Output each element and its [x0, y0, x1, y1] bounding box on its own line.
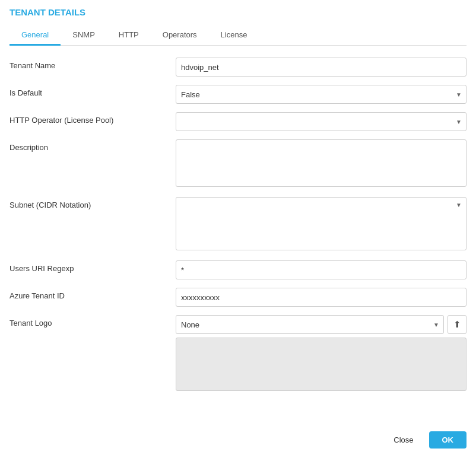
tab-snmp[interactable]: SNMP [61, 26, 107, 46]
azure-tenant-row: Azure Tenant ID [9, 288, 467, 307]
is-default-select[interactable]: False True [176, 85, 467, 104]
subnet-label: Subnet (CIDR Notation) [9, 197, 176, 209]
is-default-label: Is Default [9, 85, 176, 97]
azure-tenant-label: Azure Tenant ID [9, 288, 176, 300]
tenant-name-input[interactable] [176, 58, 467, 77]
page-container: TENANT DETAILS General SNMP HTTP Operato… [0, 0, 476, 458]
description-label: Description [9, 139, 176, 152]
users-uri-label: Users URI Regexp [9, 260, 176, 273]
users-uri-input[interactable] [176, 260, 467, 279]
is-default-row: Is Default False True ▼ [9, 85, 467, 104]
ok-button[interactable]: OK [429, 431, 467, 449]
tenant-name-label: Tenant Name [9, 58, 176, 70]
users-uri-control [176, 260, 467, 279]
subnet-control: ▼ [176, 197, 467, 252]
description-row: Description [9, 139, 467, 189]
is-default-select-wrap: False True ▼ [176, 85, 467, 104]
tenant-logo-select-row: None ▼ ⬆ [176, 315, 467, 334]
close-button[interactable]: Close [384, 432, 423, 448]
upload-logo-button[interactable]: ⬆ [448, 315, 467, 334]
tenant-logo-control: None ▼ ⬆ [176, 315, 467, 391]
http-operator-row: HTTP Operator (License Pool) ▼ [9, 112, 467, 131]
tenant-logo-label: Tenant Logo [9, 315, 176, 327]
tab-license[interactable]: License [209, 26, 259, 46]
tenant-logo-select-wrap: None ▼ [176, 315, 444, 334]
tenant-name-control [176, 58, 467, 77]
http-operator-select[interactable] [176, 112, 467, 131]
tenant-logo-row: Tenant Logo None ▼ ⬆ [9, 315, 467, 391]
azure-tenant-control [176, 288, 467, 307]
users-uri-row: Users URI Regexp [9, 260, 467, 279]
logo-preview-area [176, 338, 467, 391]
page-title: TENANT DETAILS [9, 7, 467, 17]
http-operator-select-wrap: ▼ [176, 112, 467, 131]
tenant-logo-select[interactable]: None [176, 315, 444, 334]
is-default-control: False True ▼ [176, 85, 467, 104]
tab-general[interactable]: General [9, 26, 61, 46]
http-operator-label: HTTP Operator (License Pool) [9, 112, 176, 125]
description-textarea[interactable] [176, 139, 467, 187]
azure-tenant-input[interactable] [176, 288, 467, 307]
subnet-row: Subnet (CIDR Notation) ▼ [9, 197, 467, 252]
description-control [176, 139, 467, 189]
tenant-name-row: Tenant Name [9, 58, 467, 77]
subnet-textarea[interactable] [176, 197, 467, 250]
tab-bar: General SNMP HTTP Operators License [9, 26, 467, 46]
footer: Close OK [384, 431, 467, 449]
tenant-logo-dropdown-wrap: None ▼ [176, 315, 444, 334]
tab-http[interactable]: HTTP [107, 26, 151, 46]
upload-icon: ⬆ [453, 319, 461, 330]
http-operator-control: ▼ [176, 112, 467, 131]
tab-operators[interactable]: Operators [151, 26, 209, 46]
subnet-wrap: ▼ [176, 197, 467, 252]
